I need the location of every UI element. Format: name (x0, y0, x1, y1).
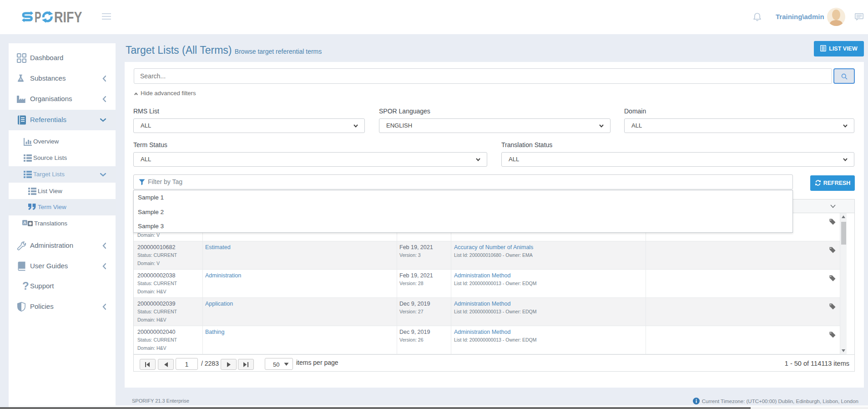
svg-text:A: A (23, 220, 26, 225)
svg-text:P: P (35, 10, 41, 24)
svg-text:✱: ✱ (29, 221, 32, 226)
svg-text:RIFY: RIFY (54, 10, 82, 24)
